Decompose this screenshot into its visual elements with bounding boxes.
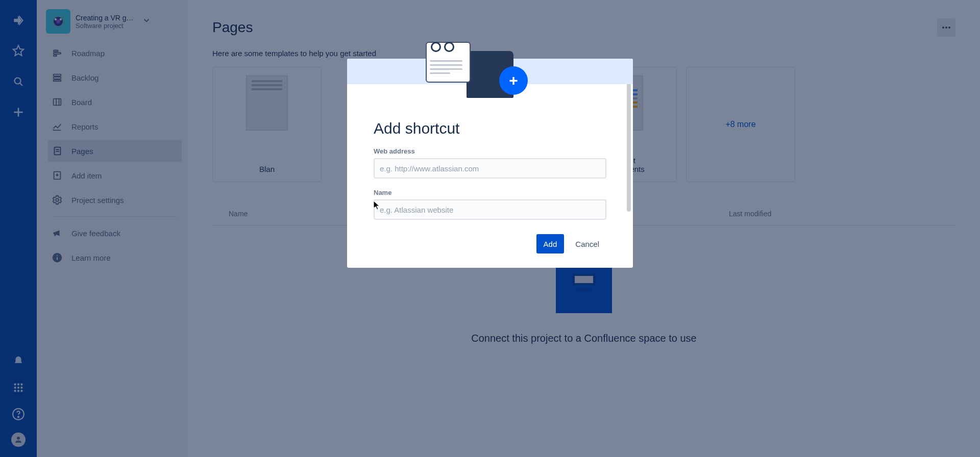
add-shortcut-modal: + Add shortcut Web address Name Add Canc…	[347, 59, 633, 268]
web-address-label: Web address	[374, 147, 606, 155]
cancel-button[interactable]: Cancel	[568, 234, 606, 253]
modal-title: Add shortcut	[374, 120, 606, 137]
modal-hero-illustration: +	[444, 46, 536, 103]
modal-scrollbar[interactable]	[627, 71, 631, 212]
web-address-input[interactable]	[374, 158, 606, 179]
add-button[interactable]: Add	[536, 234, 565, 253]
modal-overlay: + Add shortcut Web address Name Add Canc…	[0, 0, 980, 457]
name-input[interactable]	[374, 199, 606, 220]
name-label: Name	[374, 189, 606, 196]
plus-icon: +	[499, 66, 528, 95]
modal-hero: +	[347, 59, 633, 84]
